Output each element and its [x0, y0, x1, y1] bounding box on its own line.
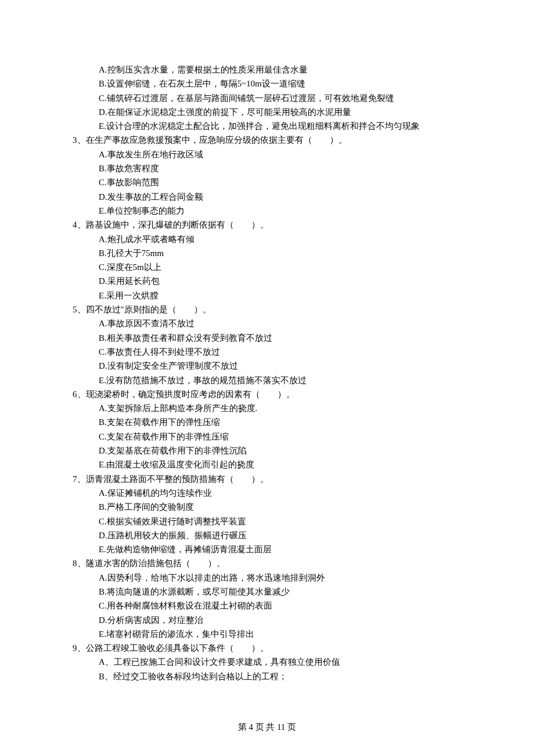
option-item: C.铺筑碎石过渡层，在基层与路面间铺筑一层碎石过渡层，可有效地避免裂缝 — [73, 91, 470, 105]
option-item: D.分析病害成因，对症整治 — [73, 613, 470, 627]
question-stem: 4、路基设施中，深孔爆破的判断依据有（ ）。 — [73, 218, 470, 232]
option-item: A.保证摊铺机的均匀连续作业 — [73, 486, 470, 500]
option-item: C.根据实铺效果进行随时调整找平装置 — [73, 514, 470, 528]
option-item: B.相关事故责任者和群众没有受到教育不放过 — [73, 331, 470, 345]
question-8: 8、隧道水害的防治措施包括（ ）。 A.因势利导，给地下水以排走的出路，将水迅速… — [73, 556, 470, 641]
previous-question-options: A.控制压实含水量，需要根据土的性质采用最佳含水量 B.设置伸缩缝，在石灰土层中… — [73, 63, 470, 133]
question-5: 5、四不放过"原则指的是（ ）。 A.事故原因不查清不放过 B.相关事故责任者和… — [73, 303, 470, 387]
option-item: D.采用延长药包 — [73, 274, 470, 288]
option-item: B.将流向隧道的水源截断，或尽可能使其水量减少 — [73, 585, 470, 599]
question-6: 6、现浇梁桥时，确定预拱度时应考虑的因素有（ ）。 A.支架拆除后上部构造本身所… — [73, 387, 470, 472]
option-item: A.炮孔成水平或者略有倾 — [73, 232, 470, 246]
question-stem: 3、在生产事故应急救援预案中，应急响应分级的依据主要有（ ）。 — [73, 133, 470, 147]
option-item: C.深度在5m以上 — [73, 260, 470, 274]
option-item: C.支架在荷载作用下的非弹性压缩 — [73, 430, 470, 444]
question-stem: 6、现浇梁桥时，确定预拱度时应考虑的因素有（ ）。 — [73, 387, 470, 401]
option-item: A.因势利导，给地下水以排走的出路，将水迅速地排到洞外 — [73, 571, 470, 585]
question-stem: 5、四不放过"原则指的是（ ）。 — [73, 303, 470, 316]
question-stem: 9、公路工程竣工验收必须具备以下条件（ ）。 — [73, 641, 470, 655]
option-item: A.支架拆除后上部构造本身所产生的挠度. — [73, 401, 470, 415]
question-3: 3、在生产事故应急救援预案中，应急响应分级的依据主要有（ ）。 A.事故发生所在… — [73, 133, 470, 218]
option-item: E.设计合理的水泥稳定土配合比，加强拌合，避免出现粗细料离析和拌合不均匀现象 — [73, 119, 470, 133]
option-item: D.发生事故的工程合同金额 — [73, 190, 470, 204]
question-7: 7、沥青混凝土路面不平整的预防措施有（ ）。 A.保证摊铺机的均匀连续作业 B.… — [73, 472, 470, 557]
option-item: C.事故责任人得不到处理不放过 — [73, 345, 470, 359]
option-item: A.事故发生所在地行政区域 — [73, 147, 470, 161]
question-stem: 7、沥青混凝土路面不平整的预防措施有（ ）。 — [73, 472, 470, 486]
option-item: A.控制压实含水量，需要根据土的性质采用最佳含水量 — [73, 63, 470, 77]
question-9: 9、公路工程竣工验收必须具备以下条件（ ）。 A、工程已按施工合同和设计文件要求… — [73, 641, 470, 683]
option-item: B.设置伸缩缝，在石灰土层中，每隔5~10m设一道缩缝 — [73, 77, 470, 91]
option-item: E.先做构造物伸缩缝，再摊铺沥青混凝土面层 — [73, 542, 470, 556]
question-stem: 8、隧道水害的防治措施包括（ ）。 — [73, 556, 470, 570]
option-item: B.事故危害程度 — [73, 161, 470, 175]
option-item: D.没有制定安全生产管理制度不放过 — [73, 359, 470, 373]
option-item: D.在能保证水泥稳定土强度的前提下，尽可能采用较高的水泥用量 — [73, 105, 470, 119]
option-item: E.堵塞衬砌背后的渗流水，集中引导排出 — [73, 627, 470, 641]
option-item: C.事故影响范围 — [73, 175, 470, 189]
option-item: B.支架在荷载作用下的弹性压缩 — [73, 415, 470, 429]
option-item: C.用各种耐腐蚀材料敷设在混凝土衬砌的表面 — [73, 599, 470, 613]
option-item: E.没有防范措施不放过，事故的规范措施不落实不放过 — [73, 373, 470, 387]
page-footer: 第 4 页 共 11 页 — [0, 720, 534, 734]
option-item: B.严格工序间的交验制度 — [73, 500, 470, 514]
page-content: A.控制压实含水量，需要根据土的性质采用最佳含水量 B.设置伸缩缝，在石灰土层中… — [0, 0, 534, 756]
option-item: A.事故原因不查清不放过 — [73, 316, 470, 330]
option-item: B.孔径大于75mm — [73, 246, 470, 260]
option-item: E.由混凝土收缩及温度变化而引起的挠度 — [73, 458, 470, 471]
question-4: 4、路基设施中，深孔爆破的判断依据有（ ）。 A.炮孔成水平或者略有倾 B.孔径… — [73, 218, 470, 303]
option-item: D.支架基底在荷载作用下的非弹性沉陷 — [73, 444, 470, 458]
option-item: E.采用一次烘膛 — [73, 289, 470, 303]
option-item: D.压路机用较大的振频、振幅进行碾压 — [73, 528, 470, 542]
option-item: B、经过交工验收各标段均达到合格以上的工程； — [73, 669, 470, 683]
option-item: E.单位控制事态的能力 — [73, 204, 470, 218]
option-item: A、工程已按施工合同和设计文件要求建成，具有独立使用价值 — [73, 655, 470, 669]
